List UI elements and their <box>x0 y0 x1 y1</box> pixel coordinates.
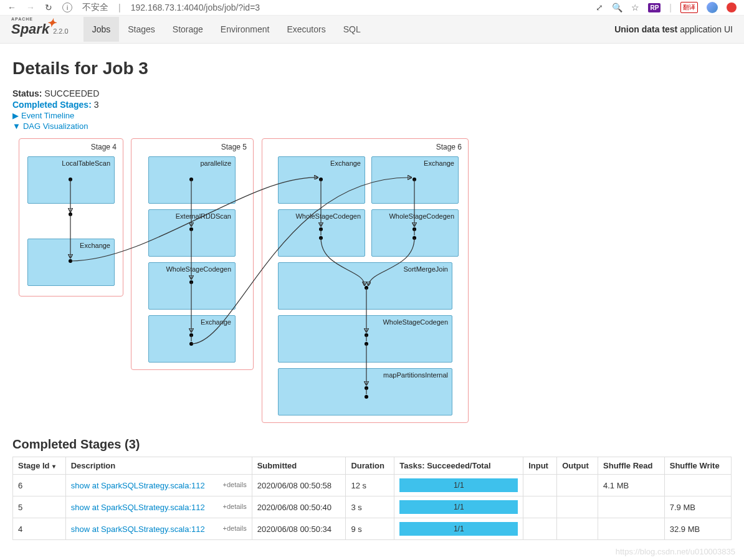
cell-stage-id: 5 <box>13 496 66 518</box>
stage-description-link[interactable]: show at SparkSQLStrategy.scala:112 <box>71 481 205 490</box>
dag-node: Exchange <box>148 315 236 363</box>
dag-node: WholeStageCodegen <box>278 209 365 257</box>
cell-duration: 3 s <box>346 496 394 518</box>
address-bar[interactable]: 192.168.73.1:4040/jobs/job/?id=3 <box>131 2 260 12</box>
col-submitted[interactable]: Submitted <box>252 457 346 475</box>
status-row: Status: SUCCEEDED <box>12 88 732 98</box>
tab-executors[interactable]: Executors <box>278 17 334 42</box>
app-name: Union data test application UI <box>614 24 733 34</box>
node-label: Exchange <box>201 318 231 326</box>
col-tasks[interactable]: Tasks: Succeeded/Total <box>394 457 523 475</box>
progress-bar: 1/1 <box>399 500 518 514</box>
brand[interactable]: APACHE Spark ✦ 2.2.0 <box>11 21 69 37</box>
toggle-dag-label: DAG Visualization <box>23 121 88 131</box>
col-stage-id[interactable]: Stage Id▾ <box>13 457 66 475</box>
reload-icon[interactable]: ↻ <box>45 2 52 12</box>
completed-heading: Completed Stages (3) <box>12 437 732 452</box>
cell-submitted: 2020/06/08 00:50:40 <box>252 496 346 518</box>
brand-apache: APACHE <box>11 17 33 21</box>
sort-desc-icon: ▾ <box>52 463 55 470</box>
star-icon[interactable]: ☆ <box>631 2 639 12</box>
toggle-event-label: Event Timeline <box>21 111 74 120</box>
app-name-bold: Union data test <box>614 24 677 34</box>
table-row: 5show at SparkSQLStrategy.scala:112+deta… <box>13 496 732 518</box>
dag-node: Exchange <box>278 156 365 204</box>
extension-icon[interactable] <box>727 2 737 12</box>
cell-tasks: 1/1 <box>394 496 523 518</box>
details-link[interactable]: +details <box>222 503 246 510</box>
col-shuffle-write[interactable]: Shuffle Write <box>664 457 731 475</box>
stage-description-link[interactable]: show at SparkSQLStrategy.scala:112 <box>71 503 205 512</box>
node-label: Exchange <box>424 159 454 167</box>
cell-submitted: 2020/06/08 00:50:58 <box>252 475 346 496</box>
dag-node: Exchange <box>371 156 459 204</box>
completed-stages-value: 3 <box>94 100 99 110</box>
toggle-dag-visualization[interactable]: ▼ DAG Visualization <box>12 121 732 131</box>
stage-box-4: Stage 4 LocalTableScan Exchange <box>19 138 123 297</box>
col-description[interactable]: Description <box>65 457 252 475</box>
page-body: Details for Job 3 Status: SUCCEEDED Comp… <box>0 44 744 550</box>
cell-stage-id: 6 <box>13 475 66 496</box>
caret-right-icon: ▶ <box>12 111 19 120</box>
node-label: SortMergeJoin <box>403 265 448 273</box>
forward-icon[interactable]: → <box>26 2 35 12</box>
back-icon[interactable]: ← <box>7 2 16 12</box>
tab-stages[interactable]: Stages <box>119 17 164 42</box>
completed-stages-link[interactable]: Completed Stages: <box>12 100 92 110</box>
progress-bar: 1/1 <box>399 522 518 536</box>
cell-tasks: 1/1 <box>394 518 523 540</box>
dag-node: Exchange <box>27 239 115 286</box>
tab-jobs[interactable]: Jobs <box>83 17 120 42</box>
status-label: Status: <box>12 88 42 98</box>
stage-box-5: Stage 5 parallelize ExternalRDDScan Whol… <box>131 138 254 370</box>
col-output[interactable]: Output <box>557 457 598 475</box>
info-icon[interactable]: i <box>62 2 72 12</box>
cell-output <box>557 518 598 540</box>
spark-star-icon: ✦ <box>47 16 56 30</box>
tab-environment[interactable]: Environment <box>212 17 279 42</box>
cell-duration: 12 s <box>346 475 394 496</box>
dag-node: ExternalRDDScan <box>148 209 236 257</box>
progress-bar: 1/1 <box>399 478 518 492</box>
node-label: WholeStageCodegen <box>166 265 231 273</box>
caret-down-icon: ▼ <box>12 121 21 131</box>
completed-row: Completed Stages: 3 <box>12 100 732 110</box>
tab-sql[interactable]: SQL <box>335 17 370 42</box>
lang-badge[interactable]: 翻译 <box>680 2 698 13</box>
cell-shuffle-write <box>664 475 731 496</box>
browser-chrome: ← → ↻ i 不安全 | 192.168.73.1:4040/jobs/job… <box>0 0 744 16</box>
cell-description: show at SparkSQLStrategy.scala:112+detai… <box>65 518 252 540</box>
details-link[interactable]: +details <box>222 524 246 532</box>
stage-description-link[interactable]: show at SparkSQLStrategy.scala:112 <box>71 524 205 534</box>
col-shuffle-read[interactable]: Shuffle Read <box>598 457 665 475</box>
completed-stages-table: Stage Id▾ Description Submitted Duration… <box>12 457 732 540</box>
node-label: LocalTableScan <box>62 159 110 167</box>
node-label: WholeStageCodegen <box>295 212 361 220</box>
search-icon[interactable]: 🔍 <box>612 2 622 12</box>
node-label: ExternalRDDScan <box>176 212 231 220</box>
cell-shuffle-read: 4.1 MB <box>598 475 665 496</box>
node-label: parallelize <box>200 159 231 167</box>
col-input[interactable]: Input <box>523 457 557 475</box>
col-duration[interactable]: Duration <box>346 457 394 475</box>
dag-node: mapPartitionsInternal <box>278 368 452 415</box>
node-label: mapPartitionsInternal <box>383 371 448 379</box>
cell-stage-id: 4 <box>13 518 66 540</box>
cell-output <box>557 475 598 496</box>
stage-title-5: Stage 5 <box>221 143 247 151</box>
dag-node: WholeStageCodegen <box>148 262 236 310</box>
node-label: Exchange <box>330 159 361 167</box>
translate-icon[interactable]: ⤢ <box>596 2 603 12</box>
dag-node: LocalTableScan <box>27 156 115 204</box>
details-link[interactable]: +details <box>222 481 246 488</box>
avatar[interactable] <box>707 2 718 13</box>
navbar: APACHE Spark ✦ 2.2.0 Jobs Stages Storage… <box>0 16 744 44</box>
status-value: SUCCEEDED <box>44 88 99 98</box>
dag-node: SortMergeJoin <box>278 262 452 310</box>
tab-storage[interactable]: Storage <box>164 17 212 42</box>
cell-duration: 9 s <box>346 518 394 540</box>
toggle-event-timeline[interactable]: ▶ Event Timeline <box>12 111 732 120</box>
cell-shuffle-write: 32.9 MB <box>664 518 731 540</box>
table-row: 4show at SparkSQLStrategy.scala:112+deta… <box>13 518 732 540</box>
cell-shuffle-write: 7.9 MB <box>664 496 731 518</box>
